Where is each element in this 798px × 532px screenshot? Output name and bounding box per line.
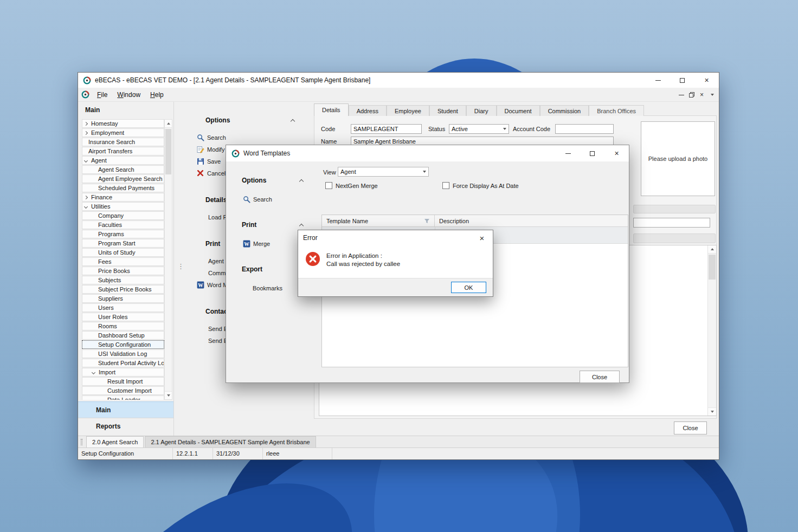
photo-upload-box[interactable]: Please upload a photo (641, 121, 715, 196)
tree-item-dashboard-setup[interactable]: Dashboard Setup (82, 331, 164, 340)
tab-document[interactable]: Document (497, 105, 540, 116)
view-combobox[interactable]: Agent (338, 167, 429, 177)
tree-item-users[interactable]: Users (82, 303, 164, 312)
tree-scrollbar[interactable] (164, 119, 172, 400)
status-value: Active (452, 126, 468, 132)
tree-item-student-portal-activity-lo[interactable]: Student Portal Activity Lo (82, 359, 164, 367)
menu-window[interactable]: Window (112, 89, 145, 101)
sidebar-footer-reports[interactable]: Reports (78, 418, 173, 434)
wt-header-options[interactable]: Options (242, 175, 303, 186)
sidebar-footer-main[interactable]: Main (78, 401, 173, 418)
scroll-down-button[interactable] (708, 407, 716, 416)
tree-item-employment[interactable]: Employment (82, 128, 164, 137)
tree-item-utilities[interactable]: Utilities (82, 202, 164, 211)
menu-file[interactable]: File (92, 89, 112, 101)
details-close-button[interactable]: Close (674, 421, 707, 434)
mdi-restore-button[interactable] (687, 90, 696, 99)
tree-item-fees[interactable]: Fees (82, 257, 164, 266)
side-input[interactable] (633, 218, 710, 228)
tree-item-label: Scheduled Payments (82, 185, 164, 192)
tree-item-programs[interactable]: Programs (82, 230, 164, 238)
wt-close-x-button[interactable]: × (604, 145, 629, 161)
scroll-up-button[interactable] (165, 120, 172, 128)
account-code-input[interactable] (555, 124, 614, 134)
force-display-checkbox[interactable]: Force Display As At Date (442, 182, 519, 189)
wt-header-print[interactable]: Print (242, 219, 303, 230)
tree-item-setup-configuration[interactable]: Setup Configuration (82, 340, 164, 349)
task-item-search[interactable]: Search (174, 132, 312, 144)
tab-diary[interactable]: Diary (466, 105, 497, 116)
panel-grip[interactable]: ⋮ (177, 265, 184, 268)
mdi-minimize-button[interactable] (677, 90, 686, 99)
tree-item-usi-validation-log[interactable]: USI Validation Log (82, 349, 164, 358)
tree-item-faculties[interactable]: Faculties (82, 220, 164, 229)
error-close-button[interactable]: × (471, 230, 493, 245)
mdi-menu-caret[interactable] (707, 90, 717, 99)
tree-item-scheduled-payments[interactable]: Scheduled Payments (82, 184, 164, 192)
photo-placeholder: Please upload a photo (648, 155, 707, 162)
tree-item-suppliers[interactable]: Suppliers (82, 294, 164, 303)
tree-item-import[interactable]: Import (82, 368, 164, 377)
wt-section-options: OptionsSearch (226, 175, 313, 205)
task-header-options[interactable]: Options (205, 115, 294, 126)
maximize-button[interactable] (670, 73, 694, 88)
tree-item-rooms[interactable]: Rooms (82, 322, 164, 330)
column-header-template-name[interactable]: Template Name (322, 215, 435, 226)
tree-item-agent[interactable]: Agent (82, 156, 164, 165)
doc-tab-2-0-agent-search[interactable]: 2.0 Agent Search (86, 436, 144, 447)
tree-item-homestay[interactable]: Homestay (82, 119, 164, 128)
svg-text:W: W (198, 283, 203, 288)
tree-item-units-of-study[interactable]: Units of Study (82, 248, 164, 257)
tree-item-user-roles[interactable]: User Roles (82, 313, 164, 321)
mdi-close-button[interactable]: × (697, 90, 706, 99)
ok-button[interactable]: OK (451, 282, 486, 293)
nextgen-merge-checkbox[interactable]: NextGen Merge (325, 182, 378, 189)
tab-commission[interactable]: Commission (540, 105, 589, 116)
doc-tab-2-1-agent-details-sampleagent-sample-agent-brisbane[interactable]: 2.1 Agent Details - SAMPLEAGENT Sample A… (145, 436, 316, 447)
tree-item-customer-import[interactable]: Customer Import (82, 386, 164, 395)
scroll-thumb[interactable] (165, 129, 171, 174)
filter-icon[interactable] (424, 218, 430, 224)
tree-item-label: Dashboard Setup (82, 332, 164, 339)
chevron-down-icon (503, 128, 506, 130)
column-header-description[interactable]: Description (435, 215, 628, 226)
name-label: Name (321, 138, 337, 145)
tree-item-price-books[interactable]: Price Books (82, 267, 164, 275)
wt-header-export[interactable]: Export (242, 264, 303, 275)
tree-item-company[interactable]: Company (82, 211, 164, 220)
wt-item-search[interactable]: Search (226, 193, 313, 205)
tabstrip-grip[interactable] (81, 439, 82, 445)
error-message: Error in Application : Call was rejected… (326, 252, 400, 268)
tab-branch-offices[interactable]: Branch Offices (589, 105, 644, 116)
view-label: View (323, 169, 336, 176)
menu-help[interactable]: Help (145, 89, 169, 101)
minimize-button[interactable] (646, 73, 670, 88)
wt-close-button[interactable]: Close (580, 371, 620, 383)
tab-employee[interactable]: Employee (387, 105, 429, 116)
tree-item-agent-search[interactable]: Agent Search (82, 165, 164, 174)
tab-student[interactable]: Student (429, 105, 466, 116)
tree-item-data-loader[interactable]: Data Loader (82, 395, 164, 400)
code-input[interactable]: SAMPLEAGENT (351, 124, 422, 134)
tree-item-subject-price-books[interactable]: Subject Price Books (82, 285, 164, 294)
item-label: Save (207, 158, 221, 165)
section-title: Options (205, 116, 230, 124)
close-button[interactable]: × (694, 73, 719, 88)
wt-minimize-button[interactable] (556, 145, 580, 161)
tab-address[interactable]: Address (349, 105, 387, 116)
wt-maximize-button[interactable] (580, 145, 604, 161)
tree-item-result-import[interactable]: Result Import (82, 377, 164, 386)
tree-item-program-start[interactable]: Program Start (82, 239, 164, 248)
tree-item-airport-transfers[interactable]: Airport Transfers (82, 147, 164, 155)
panel-scrollbar[interactable] (707, 245, 716, 416)
scroll-thumb[interactable] (709, 255, 716, 280)
tree-item-subjects[interactable]: Subjects (82, 276, 164, 284)
status-combobox[interactable]: Active (449, 124, 509, 134)
scroll-up-button[interactable] (708, 245, 716, 254)
tree-item-agent-employee-search[interactable]: Agent Employee Search (82, 174, 164, 183)
scroll-down-button[interactable] (165, 391, 172, 399)
tree-item-insurance-search[interactable]: Insurance Search (82, 138, 164, 146)
tree-item-finance[interactable]: Finance (82, 193, 164, 202)
tab-details[interactable]: Details (314, 103, 349, 116)
tree-item-label: Agent Employee Search (82, 176, 164, 183)
